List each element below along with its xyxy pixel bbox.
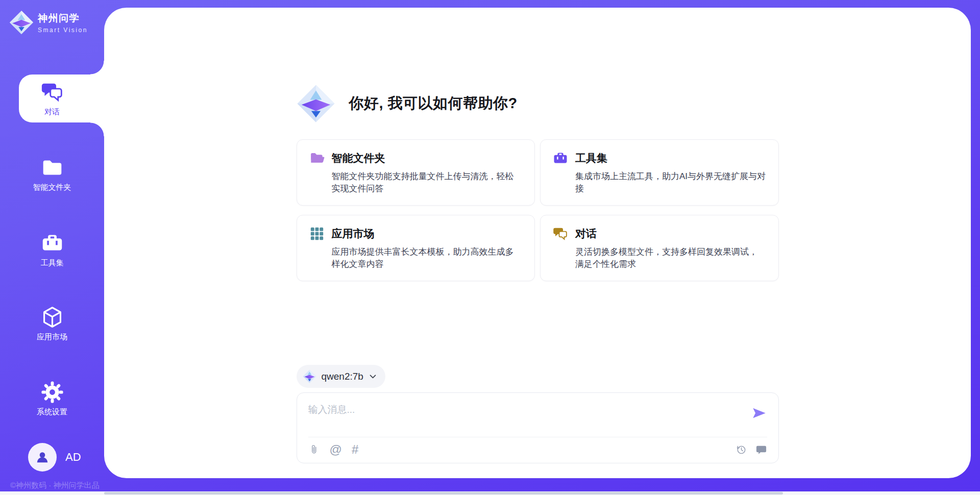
briefcase-icon [553,151,568,166]
message-composer: @ # [297,392,779,463]
cube-icon [41,306,64,329]
briefcase-icon [41,232,64,255]
sidebar-item-settings[interactable]: 系统设置 [0,375,104,423]
card-description: 应用市场提供丰富长文本模板，助力高效生成多样化文章内容 [332,246,523,270]
avatar [28,443,57,472]
copyright-text: ©神州数码 · 神州问学出品 [10,481,99,490]
tab-curve-bottom [90,122,104,136]
brand-diamond-icon [303,369,316,383]
folder-open-icon [309,151,325,166]
sidebar-item-label: 系统设置 [37,407,67,417]
folder-icon [41,156,64,179]
chevron-down-icon [369,372,377,381]
attach-file-button[interactable] [308,444,320,456]
scrollbar-thumb[interactable] [104,492,783,494]
sidebar-item-toolset[interactable]: 工具集 [0,226,104,274]
card-app-market[interactable]: 应用市场 应用市场提供丰富长文本模板，助力高效生成多样化文章内容 [297,215,535,281]
history-button[interactable] [735,444,747,456]
conversation-button[interactable] [755,444,767,456]
card-title: 对话 [575,227,597,241]
sidebar: 神州问学 Smart Vision 对话 智能文件夹 工具集 应用市场 系统设置 [0,0,104,495]
card-description: 智能文件夹功能支持批量文件上传与清洗，轻松实现文件问答 [332,170,523,195]
app-name: 神州问学 [38,12,88,25]
sidebar-item-label: 应用市场 [37,332,67,342]
mention-button[interactable]: @ [330,443,342,456]
brand-diamond-icon [9,10,34,35]
send-icon [751,405,767,421]
greeting-text: 你好, 我可以如何帮助你? [349,93,518,114]
horizontal-scrollbar[interactable] [0,491,980,495]
greeting-block: 你好, 我可以如何帮助你? [297,84,518,123]
main-content: 你好, 我可以如何帮助你? 智能文件夹 智能文件夹功能支持批量文件上传与清洗，轻… [297,8,779,478]
user-account[interactable]: AD [28,443,81,472]
tab-curve-top [90,61,104,75]
card-chat[interactable]: 对话 灵活切换多模型文件，支持多样回复效果调试，满足个性化需求 [540,215,779,281]
card-description: 集成市场上主流工具，助力AI与外界无缝扩展与对接 [575,170,766,195]
paperclip-icon [308,444,320,456]
card-toolset[interactable]: 工具集 集成市场上主流工具，助力AI与外界无缝扩展与对接 [540,139,779,206]
user-name: AD [65,451,81,464]
feature-cards: 智能文件夹 智能文件夹功能支持批量文件上传与清洗，轻松实现文件问答 工具集 集成… [297,139,779,281]
sidebar-item-smart-folder[interactable]: 智能文件夹 [0,150,104,198]
card-title: 工具集 [575,151,607,165]
sidebar-item-label: 智能文件夹 [33,183,71,192]
main-panel: 你好, 我可以如何帮助你? 智能文件夹 智能文件夹功能支持批量文件上传与清洗，轻… [104,8,971,478]
card-title: 应用市场 [332,227,375,241]
chat-bubble-icon [755,444,767,456]
card-description: 灵活切换多模型文件，支持多样回复效果调试，满足个性化需求 [575,246,766,270]
app-window: 神州问学 Smart Vision 对话 智能文件夹 工具集 应用市场 系统设置 [0,0,980,495]
app-logo: 神州问学 Smart Vision [9,10,88,35]
sidebar-item-label: 工具集 [41,258,64,268]
model-selector-value: qwen2:7b [322,371,363,382]
send-button[interactable] [751,405,767,421]
topic-button[interactable]: # [352,443,358,456]
chat-icon [553,226,568,241]
brand-diamond-icon [297,84,335,123]
sidebar-item-chat[interactable]: 对话 [0,75,104,122]
person-icon [35,450,50,465]
app-subtitle: Smart Vision [38,27,88,34]
grid-icon [309,226,325,241]
model-selector[interactable]: qwen2:7b [297,365,385,388]
sidebar-item-label: 对话 [44,107,60,117]
chat-icon [41,81,64,104]
card-title: 智能文件夹 [332,151,385,165]
clock-history-icon [735,444,747,456]
gear-icon [41,381,64,404]
message-input[interactable] [308,401,727,418]
sidebar-item-app-market[interactable]: 应用市场 [0,300,104,348]
composer-toolbar: @ # [308,436,767,463]
card-smart-folder[interactable]: 智能文件夹 智能文件夹功能支持批量文件上传与清洗，轻松实现文件问答 [297,139,535,206]
